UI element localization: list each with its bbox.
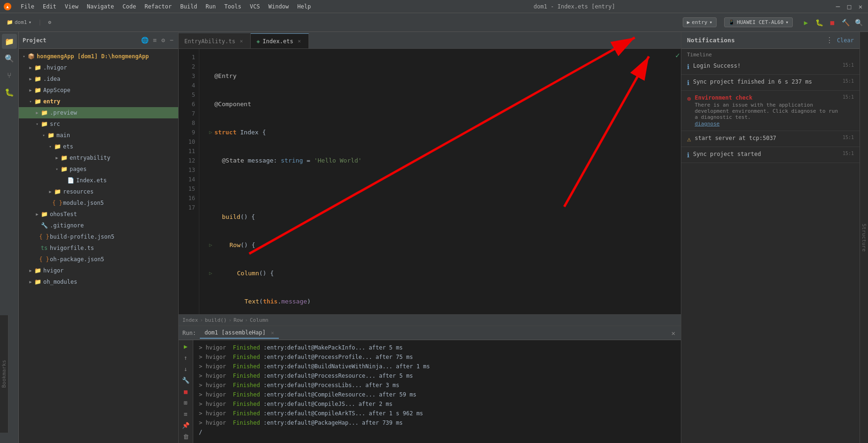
device-dropdown[interactable]: 📱 HUAWEI CET-AL60 ▾ — [724, 17, 793, 27]
tree-item-gitignore[interactable]: ▶ 🔧 .gitignore — [19, 220, 178, 231]
activity-debug[interactable]: 🐛 — [2, 85, 17, 100]
menu-view[interactable]: View — [61, 2, 82, 11]
tree-item-src[interactable]: ▾ 📁 src — [19, 118, 178, 130]
tree-item-pages[interactable]: ▾ 📁 pages — [19, 163, 178, 175]
tab-index-close[interactable]: ✕ — [296, 38, 303, 45]
menu-code[interactable]: Code — [119, 2, 140, 11]
align-btn[interactable]: ≡ — [181, 409, 191, 419]
run-button[interactable]: ▶ — [800, 17, 812, 28]
pin-btn[interactable]: 📌 — [181, 420, 191, 430]
terminal-line-8: > hvigor Finished :entry:default@Package… — [199, 419, 675, 427]
terminal-line-6: > hvigor Finished :entry:default@Compile… — [199, 400, 675, 409]
tree-item-idea[interactable]: ▶ 📁 .idea — [19, 73, 178, 85]
structure-label[interactable]: Structure — [861, 224, 867, 252]
settings-btn[interactable]: ⚙ — [45, 18, 54, 27]
notifications-title: Notifications — [687, 37, 822, 44]
sidebar-gear-icon[interactable]: ⚙ — [160, 36, 166, 45]
tree-item-resources[interactable]: ▶ 📁 resources — [19, 186, 178, 197]
menu-navigate[interactable]: Navigate — [83, 2, 118, 11]
tab-index-label: Index.ets — [263, 38, 293, 45]
minimize-button[interactable]: ─ — [834, 3, 842, 10]
tree-item-index-ets[interactable]: ▶ 📄 Index.ets — [19, 175, 178, 186]
notif-diagnose-link[interactable]: diagnose — [694, 121, 719, 127]
notif-text-0: Login Success! — [693, 62, 839, 69]
title-bar-left: ▲ File Edit View Navigate Code Refactor … — [4, 2, 315, 11]
stop-button[interactable]: ■ — [827, 17, 838, 28]
tab-index[interactable]: ◈ Index.ets ✕ — [251, 33, 308, 48]
tree-item-entry[interactable]: ▾ 📁 entry — [19, 96, 178, 107]
stop-run-btn[interactable]: ■ — [181, 387, 191, 396]
menu-run[interactable]: Run — [202, 2, 220, 11]
menu-vcs[interactable]: VCS — [246, 2, 264, 11]
tab-entryability[interactable]: EntryAbility.ts ✕ — [179, 33, 251, 48]
notifications-menu-icon[interactable]: ⋮ — [826, 36, 833, 45]
bottom-tab-run[interactable]: dom1 [assembleHap] ✕ — [200, 327, 279, 339]
sidebar-globe-icon[interactable]: 🌐 — [140, 36, 150, 45]
sidebar-collapse-icon[interactable]: ≡ — [152, 36, 158, 45]
bottom-panel-close[interactable]: ✕ — [670, 329, 677, 337]
code-editor[interactable]: @Entry @Component ▷struct Index { @State… — [199, 49, 681, 314]
breadcrumb-build[interactable]: build() — [205, 317, 227, 323]
sidebar-title: Project — [23, 37, 137, 44]
tree-item-oh-package[interactable]: ▶ { } oh-package.json5 — [19, 254, 178, 265]
notif-text-1: Sync project finished in 6 s 237 ms — [693, 78, 839, 85]
activity-search[interactable]: 🔍 — [2, 51, 17, 66]
trash-btn[interactable]: 🗑 — [181, 432, 191, 441]
notif-time-3: 15:1 — [843, 135, 854, 140]
notif-text-2: Environment check There is an issue with… — [694, 94, 838, 127]
tree-item-oh-modules[interactable]: ▶ 📁 oh_modules — [19, 276, 178, 288]
tree-item-appscope[interactable]: ▶ 📁 AppScope — [19, 85, 178, 96]
scroll-down-btn[interactable]: ↓ — [181, 365, 191, 374]
breadcrumb-index[interactable]: Index — [182, 317, 198, 323]
tree-item-hvigor2[interactable]: ▶ 📁 hvigor — [19, 265, 178, 276]
bookmarks-label[interactable]: Bookmarks — [1, 360, 7, 388]
bottom-tab-run-close[interactable]: ✕ — [271, 330, 274, 336]
menu-file[interactable]: File — [17, 2, 38, 11]
tree-item-main[interactable]: ▾ 📁 main — [19, 130, 178, 141]
tree-item-preview[interactable]: ▶ 📁 .preview — [19, 107, 178, 118]
tree-item-hvigorfile[interactable]: ▶ ts hvigorfile.ts — [19, 242, 178, 254]
breadcrumb-column[interactable]: Column — [250, 317, 268, 323]
debug-button[interactable]: 🐛 — [813, 17, 825, 28]
wrench-btn[interactable]: 🔧 — [181, 376, 191, 385]
notif-info-icon-0: ℹ — [687, 63, 689, 70]
search-button[interactable]: 🔍 — [853, 17, 864, 28]
scroll-up-btn[interactable]: ↑ — [181, 353, 191, 363]
sidebar-minus-icon[interactable]: − — [169, 36, 174, 45]
entry-dropdown[interactable]: ▶ entry ▾ — [683, 17, 717, 27]
project-dropdown[interactable]: 📁 dom1 ▾ — [4, 18, 34, 27]
terminal-output[interactable]: > hvigor Finished :entry:default@MakePac… — [193, 340, 681, 443]
tab-index-icon: ◈ — [256, 38, 260, 45]
tree-item-hvigor[interactable]: ▶ 📁 .hvigor — [19, 62, 178, 73]
terminal-line-9: / — [199, 428, 675, 437]
tree-item-ohostest[interactable]: ▶ 📁 ohosTest — [19, 209, 178, 220]
menu-build[interactable]: Build — [176, 2, 201, 11]
build-button[interactable]: 🔨 — [840, 17, 851, 28]
tab-entryability-close[interactable]: ✕ — [238, 38, 245, 45]
breadcrumb-row[interactable]: Row — [234, 317, 243, 323]
tree-item-root[interactable]: ▾ 📦 hongmengApp [dom1] D:\hongmengApp — [19, 51, 178, 62]
tree-item-entryability[interactable]: ▶ 📁 entryability — [19, 152, 178, 163]
activity-git[interactable]: ⑂ — [2, 68, 17, 83]
notifications-clear-button[interactable]: Clear — [837, 37, 854, 44]
close-button[interactable]: ✕ — [857, 3, 864, 10]
notif-message-0: Login Success! — [693, 62, 839, 69]
notif-warn-icon-3: ⚠ — [687, 135, 691, 143]
tree-item-module-json[interactable]: ▶ { } module.json5 — [19, 197, 178, 209]
activity-project[interactable]: 📁 — [2, 34, 17, 49]
run-group: ▶ 🐛 ■ 🔨 🔍 — [800, 17, 864, 28]
maximize-button[interactable]: □ — [845, 3, 853, 10]
layout-btn[interactable]: ⊞ — [181, 398, 191, 407]
structure-bar: Structure — [860, 32, 868, 443]
menu-help[interactable]: Help — [293, 2, 315, 11]
bottom-panel: Run: dom1 [assembleHap] ✕ ✕ ▶ ↑ ↓ 🔧 ■ — [179, 326, 681, 443]
tree-item-build-profile[interactable]: ▶ { } build-profile.json5 — [19, 231, 178, 242]
menu-refactor[interactable]: Refactor — [141, 2, 175, 11]
tree-item-ets[interactable]: ▾ 📁 ets — [19, 141, 178, 152]
menu-window[interactable]: Window — [265, 2, 292, 11]
menu-tools[interactable]: Tools — [221, 2, 245, 11]
run-icon-btn[interactable]: ▶ — [181, 342, 191, 351]
menu-edit[interactable]: Edit — [39, 2, 60, 11]
editor-content: 12345 678910 1112131415 1617 @Entry @Com… — [179, 49, 681, 314]
editor-area: EntryAbility.ts ✕ ◈ Index.ets ✕ 12345 67… — [179, 32, 681, 326]
